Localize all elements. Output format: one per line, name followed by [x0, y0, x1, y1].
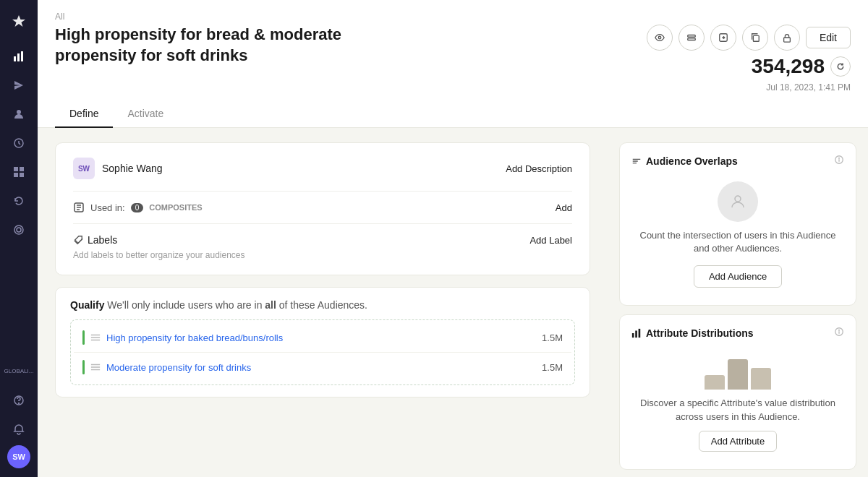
audience-list: High propensity for baked bread/buns/rol… — [70, 319, 575, 385]
body-content: SW Sophie Wang Add Description Used in: … — [38, 128, 868, 477]
svg-rect-14 — [688, 35, 696, 38]
timestamp: Jul 18, 2023, 1:41 PM — [766, 82, 851, 93]
sidebar-bottom: GLOBALI... SW — [6, 358, 32, 468]
labels-title: Labels — [73, 234, 117, 246]
owner-row: SW Sophie Wang Add Description — [73, 158, 572, 192]
svg-point-13 — [658, 36, 661, 39]
svg-rect-8 — [20, 173, 24, 177]
svg-rect-1 — [17, 53, 20, 61]
attr-body: Discover a specific Attribute's value di… — [631, 348, 844, 457]
overlaps-label: Audience Overlaps — [646, 155, 738, 167]
page-title: High propensity for bread & moderate pro… — [55, 25, 417, 66]
audience-link-0[interactable]: High propensity for baked bread/buns/rol… — [106, 332, 283, 343]
add-composite-link[interactable]: Add — [556, 202, 572, 213]
sidebar-bell[interactable] — [6, 416, 32, 442]
used-in-left: Used in: 0 COMPOSITES — [73, 202, 203, 213]
eye-button[interactable] — [647, 25, 673, 51]
overlap-body: Count the intersection of users in this … — [631, 176, 844, 293]
lock-button[interactable] — [774, 25, 800, 51]
audience-link-1[interactable]: Moderate propensity for soft drinks — [106, 362, 251, 373]
svg-rect-7 — [14, 173, 18, 177]
composites-count: 0 — [131, 203, 144, 212]
avatar[interactable]: SW — [7, 445, 30, 468]
composites-label: COMPOSITES — [149, 203, 202, 212]
svg-rect-6 — [20, 167, 24, 171]
audience-count-1: 1.5M — [542, 362, 563, 373]
audience-overlaps-section: Audience Overlaps Count the interse — [619, 142, 856, 306]
sidebar-help[interactable] — [6, 387, 32, 413]
sidebar-item-analytics[interactable] — [6, 43, 32, 69]
attr-bar-1 — [705, 375, 725, 390]
svg-rect-24 — [635, 330, 637, 338]
audience-item: Moderate propensity for soft drinks 1.5M — [74, 353, 571, 382]
sidebar-item-clock[interactable] — [6, 130, 32, 156]
audience-item: High propensity for baked bread/buns/rol… — [74, 323, 571, 353]
sidebar-item-history[interactable] — [6, 188, 32, 214]
workspace-label: GLOBALI... — [4, 368, 34, 375]
svg-point-21 — [839, 158, 840, 158]
tab-activate[interactable]: Activate — [113, 102, 178, 128]
add-attribute-button[interactable]: Add Attribute — [699, 431, 777, 452]
tab-define[interactable]: Define — [55, 102, 113, 128]
svg-rect-5 — [14, 167, 18, 171]
qualify-label: Qualify — [70, 299, 104, 311]
audience-count: 354,298 — [752, 55, 825, 78]
svg-rect-2 — [21, 51, 23, 61]
svg-rect-23 — [632, 333, 634, 338]
qualify-header: Qualify We'll only include users who are… — [70, 299, 575, 311]
sidebar-item-send[interactable] — [6, 72, 32, 98]
owner-card: SW Sophie Wang Add Description Used in: … — [55, 142, 590, 275]
qualify-card: Qualify We'll only include users who are… — [55, 287, 590, 398]
edit-button[interactable]: Edit — [806, 27, 851, 48]
header: All High propensity for bread & moderate… — [38, 0, 868, 128]
owner-info: SW Sophie Wang — [73, 158, 163, 179]
audience-item-left: High propensity for baked bread/buns/rol… — [82, 330, 283, 345]
used-in-label: Used in: — [90, 202, 125, 213]
copy-button[interactable] — [742, 25, 768, 51]
header-right: Edit 354,298 Jul 18, 2023, 1:41 PM — [647, 25, 851, 93]
owner-name: Sophie Wang — [102, 163, 163, 174]
attr-bar-3 — [751, 368, 771, 390]
add-description-link[interactable]: Add Description — [506, 163, 572, 174]
right-panel: Audience Overlaps Count the interse — [608, 128, 868, 477]
add-audience-button[interactable]: Add Audience — [694, 265, 782, 288]
add-label-link[interactable]: Add Label — [529, 235, 572, 246]
labels-header: Labels Add Label — [73, 234, 572, 246]
svg-rect-18 — [784, 38, 791, 42]
sidebar-logo[interactable] — [6, 9, 32, 35]
svg-point-9 — [14, 225, 23, 234]
overlap-avatar — [718, 181, 758, 222]
attr-title: Attribute Distributions — [631, 327, 754, 339]
share-button[interactable] — [710, 25, 736, 51]
attr-info-icon[interactable] — [834, 327, 844, 339]
attr-header: Attribute Distributions — [631, 327, 844, 339]
svg-point-10 — [17, 228, 21, 232]
green-bar — [82, 360, 85, 374]
qualify-desc: We'll only include users who are in all … — [107, 299, 367, 311]
attr-label: Attribute Distributions — [646, 327, 754, 339]
sidebar-workspace[interactable]: GLOBALI... — [6, 358, 32, 384]
labels-section: Labels Add Label Add labels to better or… — [73, 224, 572, 260]
breadcrumb: All — [55, 12, 851, 22]
left-panel: SW Sophie Wang Add Description Used in: … — [38, 128, 608, 477]
sidebar-item-target[interactable] — [6, 217, 32, 243]
labels-hint: Add labels to better organize your audie… — [73, 250, 572, 260]
layers-button[interactable] — [678, 25, 705, 51]
svg-point-12 — [19, 403, 20, 404]
svg-point-3 — [17, 110, 21, 114]
sidebar-item-grid[interactable] — [6, 159, 32, 185]
audience-count-0: 1.5M — [542, 332, 563, 343]
sidebar-item-users[interactable] — [6, 101, 32, 127]
svg-rect-25 — [639, 329, 641, 338]
tabs: Define Activate — [55, 101, 851, 127]
svg-point-22 — [735, 196, 741, 202]
attr-bar-2 — [728, 359, 748, 390]
used-in-row: Used in: 0 COMPOSITES Add — [73, 192, 572, 224]
count-row: 354,298 — [752, 55, 851, 78]
refresh-button[interactable] — [830, 56, 851, 77]
overlaps-header: Audience Overlaps — [631, 155, 844, 167]
svg-point-27 — [839, 330, 840, 331]
svg-rect-17 — [753, 35, 759, 41]
overlaps-info-icon[interactable] — [834, 155, 844, 167]
main-content: All High propensity for bread & moderate… — [38, 0, 868, 477]
